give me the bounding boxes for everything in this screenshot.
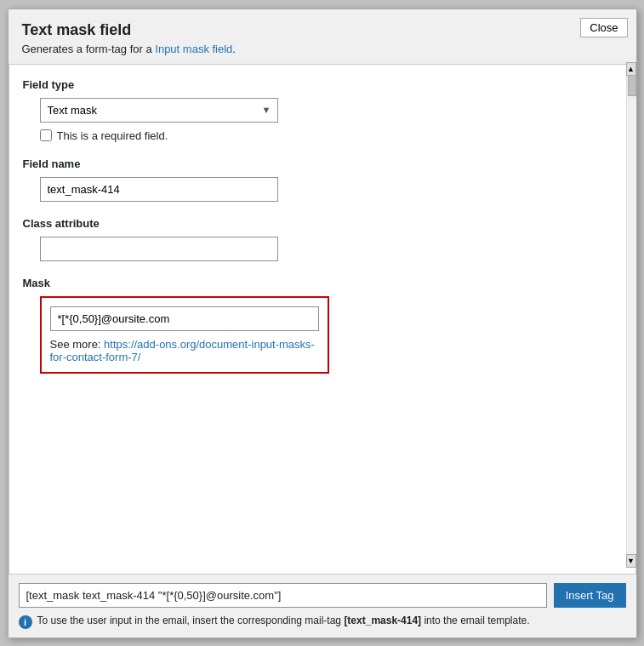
class-attribute-label: Class attribute <box>23 217 622 230</box>
field-type-label: Field type <box>23 78 622 91</box>
field-name-section: Field name <box>23 157 622 202</box>
info-prefix: To use the user input in the email, inse… <box>37 615 345 626</box>
subtitle-period: . <box>232 43 236 55</box>
mask-section: Mask See more: https://add-ons.org/docum… <box>23 277 622 374</box>
info-suffix: into the email template. <box>421 615 529 626</box>
info-mail-tag: [text_mask-414] <box>344 615 421 626</box>
subtitle-text: Generates a form-tag for a <box>22 43 156 55</box>
dialog-title: Text mask field <box>9 9 636 43</box>
scrollbar-up-button[interactable]: ▲ <box>626 62 636 76</box>
mask-label: Mask <box>23 277 622 289</box>
required-field-row: This is a required field. <box>40 129 622 142</box>
dialog-subtitle: Generates a form-tag for a Input mask fi… <box>9 43 636 65</box>
see-more-row: See more: https://add-ons.org/document-i… <box>50 338 319 363</box>
class-attribute-input[interactable] <box>40 237 278 261</box>
insert-tag-button[interactable]: Insert Tag <box>554 583 626 608</box>
class-attribute-section: Class attribute <box>23 217 622 261</box>
input-mask-field-link[interactable]: Input mask field <box>155 43 232 55</box>
tag-output-field[interactable] <box>19 583 547 608</box>
close-button[interactable]: Close <box>580 18 627 37</box>
field-type-select-wrapper: Text mask ▼ <box>40 98 278 123</box>
dialog-body: Field type Text mask ▼ This is a require… <box>9 65 636 574</box>
required-checkbox-label: This is a required field. <box>57 129 168 142</box>
field-type-section: Field type Text mask ▼ This is a require… <box>23 78 622 142</box>
mask-highlight-box: See more: https://add-ons.org/document-i… <box>40 296 329 374</box>
info-icon: i <box>19 615 32 629</box>
scrollbar-track <box>626 62 636 568</box>
scrollbar-down-button[interactable]: ▼ <box>626 554 636 568</box>
required-checkbox[interactable] <box>40 129 52 141</box>
dialog-footer: Insert Tag i To use the user input in th… <box>9 574 636 637</box>
footer-tag-row: Insert Tag <box>19 583 626 608</box>
field-type-select[interactable]: Text mask <box>40 98 278 123</box>
field-name-input[interactable] <box>40 177 278 202</box>
see-more-prefix: See more: <box>50 338 105 351</box>
footer-info-row: i To use the user input in the email, in… <box>19 615 626 629</box>
mask-input[interactable] <box>50 306 319 331</box>
field-name-label: Field name <box>23 157 622 170</box>
info-text: To use the user input in the email, inse… <box>37 615 530 626</box>
dialog: Close Text mask field Generates a form-t… <box>8 9 637 638</box>
